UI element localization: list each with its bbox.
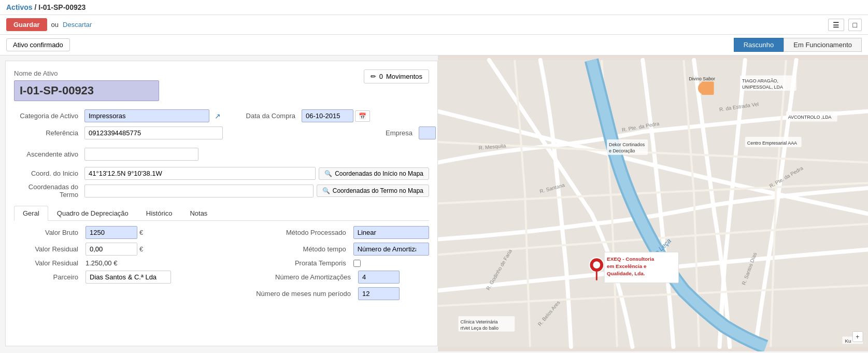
map-svg: Rio Leça R. Mesquita R. Santana R. Pte. … bbox=[438, 55, 868, 351]
poi-dekor-2: e Decoração bbox=[609, 148, 635, 153]
poi-clinica-2: rtVet Leça do balio bbox=[460, 326, 499, 331]
valor-bruto-label: Valor Bruto bbox=[14, 229, 81, 236]
asset-name-input[interactable] bbox=[14, 80, 159, 101]
poi-tiago: TIAGO ARAGÃO, bbox=[742, 78, 778, 83]
coord-inicio-label: Coord. do Inicio bbox=[14, 170, 81, 177]
breadcrumb-separator: / bbox=[33, 3, 39, 11]
toolbar-right: ☰ □ bbox=[828, 19, 862, 31]
valor-residual-input[interactable] bbox=[86, 243, 137, 256]
asset-name-label: Nome de Ativo bbox=[14, 69, 159, 77]
fullscreen-button[interactable]: □ bbox=[848, 19, 862, 31]
breadcrumb: Activos / I-01-SP-00923 bbox=[0, 0, 868, 15]
num-amortizacoes-input[interactable] bbox=[358, 271, 400, 284]
prorata-checkbox[interactable] bbox=[353, 260, 361, 267]
poi-dekor: Dekor Cortinados bbox=[609, 142, 645, 147]
ascendente-select[interactable] bbox=[84, 148, 198, 161]
valor-residual2-value: 1.250,00 € bbox=[86, 259, 161, 267]
ascendente-wrapper bbox=[84, 148, 198, 161]
valor-bruto-wrapper: € bbox=[86, 226, 161, 239]
search-icon: 🔍 bbox=[324, 170, 332, 177]
metodo-tempo-wrapper: Número de Amortizações bbox=[353, 243, 429, 256]
parceiro-select[interactable]: Dias Santos & C.ª Lda bbox=[86, 271, 171, 284]
valor-residual-wrapper: € bbox=[86, 243, 161, 256]
num-meses-label: Número de meses num período bbox=[250, 290, 354, 298]
coord-inicio-map-button[interactable]: 🔍 Coordenadas do Início no Mapa bbox=[319, 167, 429, 180]
referencia-label: Referência bbox=[14, 129, 81, 137]
search-icon-2: 🔍 bbox=[322, 187, 330, 194]
save-button[interactable]: Guardar bbox=[6, 18, 47, 31]
valor-bruto-input[interactable] bbox=[86, 226, 137, 239]
asset-name-section: Nome de Ativo bbox=[14, 69, 159, 101]
empresa-label: Empresa bbox=[302, 129, 416, 137]
poi-avcontrolo: AVCONTROLO ,LDA bbox=[788, 115, 832, 120]
left-panel: Nome de Ativo ✏ Valor Bruto 0 Movimentos… bbox=[5, 61, 438, 346]
map-scale: Ku bbox=[845, 338, 851, 344]
coord-termo-map-button[interactable]: 🔍 Coordenadas do Termo no Mapa bbox=[317, 185, 429, 197]
metodo-tempo-label: Método tempo bbox=[246, 245, 349, 253]
categoria-wrapper: Impressoras bbox=[84, 109, 209, 122]
map-marker-exeq-2: em Excelência e bbox=[607, 263, 647, 269]
tabs-bar: Geral Quadro de Depreciação Histórico No… bbox=[14, 206, 429, 221]
poi-clinica: Clínica Veterinária bbox=[460, 319, 497, 324]
poi-tiago-2: UNIPESSOAL, LDA bbox=[742, 84, 783, 90]
metodo-processado-wrapper: Linear bbox=[353, 226, 429, 239]
confirmed-button[interactable]: Ativo confirmado bbox=[6, 38, 70, 51]
referencia-input[interactable] bbox=[84, 126, 223, 139]
parceiro-label: Parceiro bbox=[14, 273, 81, 281]
categoria-external-link[interactable]: ↗ bbox=[212, 112, 223, 120]
breadcrumb-current: I-01-SP-00923 bbox=[38, 3, 86, 11]
movimentos-label: Movimentos bbox=[386, 73, 422, 80]
workflow-step-rascunho[interactable]: Rascunho bbox=[734, 38, 784, 52]
metodo-processado-label: Método Processado bbox=[246, 229, 349, 236]
tab-historico[interactable]: Histórico bbox=[137, 206, 181, 220]
tab-geral[interactable]: Geral bbox=[14, 206, 48, 221]
tab-quadro[interactable]: Quadro de Depreciação bbox=[48, 206, 137, 220]
workflow-step-funcionamento[interactable]: Em Funcionamento bbox=[784, 38, 862, 52]
discard-button[interactable]: Descartar bbox=[63, 21, 92, 29]
valor-residual-currency: € bbox=[139, 245, 143, 253]
svg-rect-5 bbox=[702, 81, 714, 95]
calendar-button[interactable]: 📅 bbox=[355, 110, 370, 122]
metodo-processado-select[interactable]: Linear bbox=[353, 226, 429, 239]
valor-residual2-label: Valor Residual bbox=[14, 259, 81, 267]
workflow-steps: Rascunho Em Funcionamento bbox=[734, 38, 862, 52]
prorata-label: Prorata Temporis bbox=[246, 259, 349, 267]
metodo-tempo-select[interactable]: Número de Amortizações bbox=[353, 243, 429, 256]
svg-point-9 bbox=[593, 261, 600, 269]
parceiro-wrapper: Dias Santos & C.ª Lda bbox=[86, 271, 171, 284]
coord-termo-input[interactable] bbox=[84, 185, 314, 197]
ascendente-label: Ascendente ativo bbox=[14, 150, 81, 158]
coord-termo-btn-label: Coordenadas do Termo no Mapa bbox=[333, 187, 423, 194]
breadcrumb-parent[interactable]: Activos bbox=[6, 3, 33, 11]
num-meses-input[interactable] bbox=[358, 287, 400, 300]
coord-inicio-input[interactable] bbox=[84, 167, 316, 180]
coord-inicio-btn-label: Coordenadas do Início no Mapa bbox=[335, 170, 423, 177]
valor-residual-label: Valor Residual bbox=[14, 245, 81, 253]
empresa-select[interactable]: EXEQ bbox=[419, 126, 436, 139]
asset-header: Nome de Ativo ✏ Valor Bruto 0 Movimentos bbox=[14, 69, 429, 101]
map-plus[interactable]: + bbox=[856, 333, 859, 341]
toolbar: Guardar ou Descartar ☰ □ bbox=[0, 15, 868, 35]
movimentos-count-val: 0 bbox=[379, 73, 383, 80]
data-compra-input[interactable] bbox=[302, 109, 353, 122]
map-panel: Rio Leça R. Mesquita R. Santana R. Pte. … bbox=[438, 55, 868, 351]
main-content: Nome de Ativo ✏ Valor Bruto 0 Movimentos… bbox=[0, 55, 868, 351]
empresa-wrapper: EXEQ bbox=[419, 126, 429, 139]
data-compra-label: Data da Compra bbox=[226, 112, 298, 120]
coord-termo-label: Coordenadas do Termo bbox=[14, 183, 81, 199]
hamburger-button[interactable]: ☰ bbox=[828, 19, 844, 31]
num-amortizacoes-label: Número de Amortizações bbox=[250, 273, 354, 281]
valor-bruto-currency: € bbox=[139, 229, 143, 236]
pencil-icon: ✏ bbox=[371, 73, 376, 80]
data-compra-wrapper: 📅 bbox=[302, 109, 416, 122]
tab-notas[interactable]: Notas bbox=[181, 206, 216, 220]
map-marker-exeq: EXEQ - Consultoria bbox=[607, 256, 654, 262]
poi-divino: Divino Sabor bbox=[689, 76, 715, 81]
status-bar: Ativo confirmado Rascunho Em Funcionamen… bbox=[0, 35, 868, 55]
discard-prefix: ou bbox=[51, 21, 59, 29]
categoria-select[interactable]: Impressoras bbox=[84, 109, 209, 122]
poi-centro: Centro Empresarial AAA bbox=[747, 140, 797, 146]
categoria-label: Categoria de Activo bbox=[14, 112, 81, 120]
movimentos-button[interactable]: ✏ Valor Bruto 0 Movimentos bbox=[364, 69, 429, 83]
map-marker-exeq-3: Qualidade, Lda. bbox=[607, 271, 645, 276]
